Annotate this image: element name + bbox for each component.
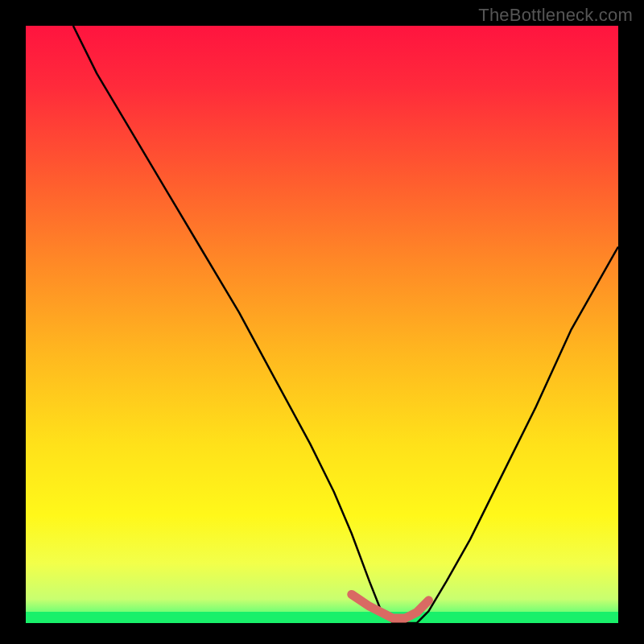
gradient-background [26,26,618,623]
plot-area [26,26,618,623]
plot-svg [26,26,618,623]
watermark-text: TheBottleneck.com [478,5,633,26]
chart-frame: TheBottleneck.com [0,0,644,644]
green-bottom-strip [26,612,618,623]
